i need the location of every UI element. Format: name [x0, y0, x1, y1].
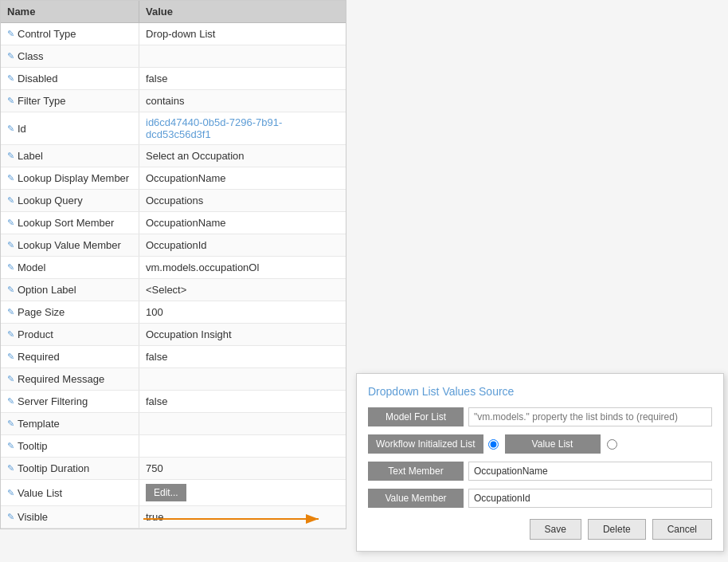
- value-list-radio[interactable]: [607, 439, 617, 450]
- table-row: ✎Filter Typecontains: [1, 90, 346, 112]
- value-member-button[interactable]: Value Member: [368, 489, 464, 508]
- table-row: ✎Requiredfalse: [1, 346, 346, 368]
- row-name-label: Required: [18, 351, 60, 363]
- edit-pencil-icon[interactable]: ✎: [7, 151, 14, 161]
- table-row: ✎Lookup Value MemberOccupationId: [1, 234, 346, 257]
- edit-pencil-icon[interactable]: ✎: [7, 73, 14, 84]
- table-row: ✎Template: [1, 413, 346, 435]
- edit-pencil-icon[interactable]: ✎: [7, 419, 14, 429]
- edit-pencil-icon[interactable]: ✎: [7, 51, 14, 61]
- table-row: ✎Option Label<Select>: [1, 279, 346, 301]
- row-value: [139, 368, 346, 390]
- row-name-label: Lookup Query: [18, 195, 83, 206]
- table-row: ✎Idid6cd47440-0b5d-7296-7b91-dcd53c56d3f…: [1, 112, 346, 145]
- model-for-list-input[interactable]: [468, 407, 712, 426]
- row-value: OccupationId: [139, 234, 346, 256]
- row-name-label: Class: [18, 50, 44, 62]
- row-value: Drop-down List: [139, 23, 346, 45]
- row-value: [139, 45, 346, 67]
- value-list-button[interactable]: Value List: [505, 434, 601, 454]
- edit-pencil-icon[interactable]: ✎: [7, 173, 14, 183]
- edit-pencil-icon[interactable]: ✎: [7, 463, 14, 474]
- edit-pencil-icon[interactable]: ✎: [7, 396, 14, 407]
- header-name: Name: [1, 1, 139, 22]
- workflow-radio[interactable]: [488, 439, 499, 450]
- row-name-label: Tooltip Duration: [18, 462, 89, 474]
- text-member-input[interactable]: [468, 462, 712, 481]
- row-name-label: Lookup Display Member: [18, 172, 129, 184]
- cancel-button[interactable]: Cancel: [652, 519, 712, 540]
- edit-pencil-icon[interactable]: ✎: [7, 240, 14, 250]
- edit-pencil-icon[interactable]: ✎: [7, 285, 14, 295]
- edit-pencil-icon[interactable]: ✎: [7, 218, 14, 228]
- row-name-label: Value List: [18, 487, 62, 499]
- save-button[interactable]: Save: [530, 519, 581, 540]
- edit-pencil-icon[interactable]: ✎: [7, 124, 14, 134]
- row-name-label: Tooltip: [18, 440, 48, 452]
- workflow-initialized-list-button[interactable]: Workflow Initialized List: [368, 434, 483, 454]
- row-value: 100: [139, 301, 346, 323]
- row-name-label: Lookup Sort Member: [18, 217, 114, 229]
- edit-pencil-icon[interactable]: ✎: [7, 512, 14, 522]
- row-name: ✎Value List: [1, 480, 139, 505]
- table-row: ✎Class: [1, 45, 346, 68]
- row-name: ✎Template: [1, 413, 139, 434]
- text-member-button[interactable]: Text Member: [368, 462, 464, 481]
- table-row: ✎Lookup Display MemberOccupationName: [1, 167, 346, 190]
- row-value: true: [139, 506, 346, 528]
- header-value: Value: [139, 1, 346, 22]
- edit-pencil-icon[interactable]: ✎: [7, 262, 14, 273]
- row-name: ✎Lookup Sort Member: [1, 212, 139, 234]
- table-row: ✎Visibletrue: [1, 506, 346, 529]
- value-list-edit-button[interactable]: Edit...: [146, 484, 186, 501]
- radio-group: Value List: [488, 434, 617, 454]
- dropdown-values-popup: Dropdown List Values Source Model For Li…: [356, 373, 724, 552]
- row-value: <Select>: [139, 279, 346, 301]
- value-member-row: Value Member: [368, 489, 712, 508]
- text-member-row: Text Member: [368, 462, 712, 481]
- row-name: ✎Option Label: [1, 279, 139, 301]
- row-value: Edit...: [139, 480, 346, 505]
- table-row: ✎ProductOccupation Insight: [1, 324, 346, 346]
- row-value: Select an Occupation: [139, 145, 346, 167]
- row-value: false: [139, 391, 346, 412]
- row-name: ✎Class: [1, 45, 139, 67]
- row-name-label: Server Filtering: [18, 395, 88, 407]
- delete-button[interactable]: Delete: [588, 519, 646, 540]
- row-name: ✎Lookup Query: [1, 190, 139, 211]
- edit-pencil-icon[interactable]: ✎: [7, 307, 14, 317]
- edit-pencil-icon[interactable]: ✎: [7, 329, 14, 340]
- value-member-input[interactable]: [468, 489, 712, 508]
- popup-footer: Save Delete Cancel: [368, 519, 712, 540]
- row-value: id6cd47440-0b5d-7296-7b91-dcd53c56d3f1: [139, 112, 346, 144]
- table-row: ✎Server Filteringfalse: [1, 391, 346, 413]
- table-row: ✎Disabledfalse: [1, 68, 346, 90]
- edit-pencil-icon[interactable]: ✎: [7, 374, 14, 384]
- row-name: ✎Control Type: [1, 23, 139, 45]
- row-name: ✎Tooltip: [1, 435, 139, 457]
- row-name-label: Lookup Value Member: [18, 239, 121, 251]
- row-name-label: Control Type: [18, 28, 76, 40]
- row-name: ✎Required: [1, 346, 139, 367]
- edit-pencil-icon[interactable]: ✎: [7, 195, 14, 206]
- table-body: ✎Control TypeDrop-down List✎Class✎Disabl…: [1, 23, 346, 529]
- edit-pencil-icon[interactable]: ✎: [7, 96, 14, 106]
- row-name: ✎Page Size: [1, 301, 139, 323]
- table-row: ✎LabelSelect an Occupation: [1, 145, 346, 167]
- row-value: false: [139, 68, 346, 89]
- table-row: ✎Lookup Sort MemberOccupationName: [1, 212, 346, 234]
- row-value: OccupationName: [139, 167, 346, 189]
- table-header: Name Value: [1, 1, 346, 23]
- model-for-list-button[interactable]: Model For List: [368, 407, 464, 426]
- edit-pencil-icon[interactable]: ✎: [7, 488, 14, 498]
- edit-pencil-icon[interactable]: ✎: [7, 441, 14, 451]
- row-value: [139, 435, 346, 457]
- edit-pencil-icon[interactable]: ✎: [7, 29, 14, 39]
- row-name-label: Option Label: [18, 284, 76, 296]
- row-name-label: Template: [18, 418, 60, 430]
- table-row: ✎Modelvm.models.occupationOl: [1, 257, 346, 279]
- row-name: ✎Tooltip Duration: [1, 458, 139, 479]
- properties-table: Name Value ✎Control TypeDrop-down List✎C…: [0, 0, 346, 529]
- row-value: contains: [139, 90, 346, 112]
- edit-pencil-icon[interactable]: ✎: [7, 352, 14, 362]
